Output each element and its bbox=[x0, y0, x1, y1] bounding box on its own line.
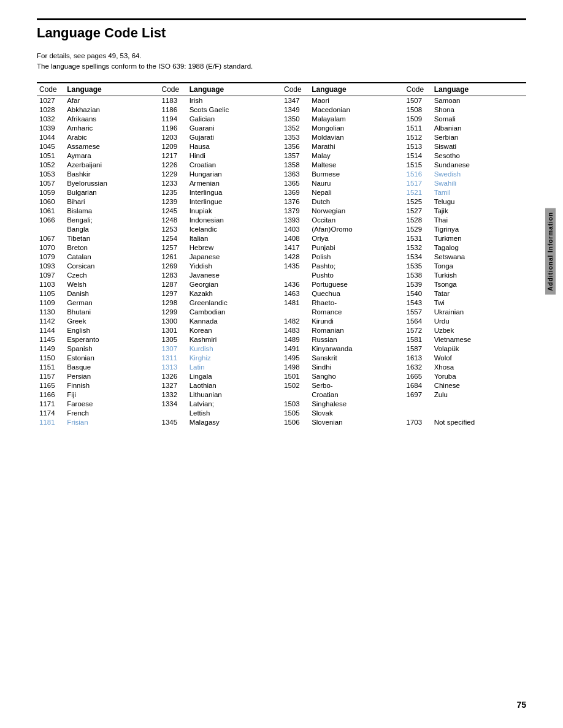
lang-cell: Frisian bbox=[64, 418, 159, 427]
lang-cell: Interlingua bbox=[187, 188, 282, 197]
lang-cell: Somali bbox=[432, 115, 526, 124]
code-cell: 1229 bbox=[159, 170, 187, 179]
lang-cell: Yoruba bbox=[432, 372, 526, 381]
table-row: 1032Afrikaans1194Galician1350Malayalam15… bbox=[37, 115, 526, 124]
lang-cell: Zulu bbox=[432, 390, 526, 400]
lang-cell: Hungarian bbox=[187, 170, 282, 179]
code-cell: 1151 bbox=[37, 363, 64, 372]
lang-cell: Bhutani bbox=[64, 308, 159, 317]
lang-cell: Volapük bbox=[432, 344, 526, 354]
table-header: Code Language Code Language Code Languag… bbox=[37, 83, 526, 96]
code-cell: 1517 bbox=[404, 179, 432, 188]
lang-cell: Not specified bbox=[432, 418, 526, 427]
code-cell: 1142 bbox=[37, 317, 64, 326]
lang-cell: Cambodian bbox=[187, 308, 282, 317]
lang-cell: Sesotho bbox=[432, 151, 526, 161]
lang-cell: Setswana bbox=[432, 252, 526, 262]
code-cell: 1557 bbox=[404, 308, 432, 317]
lang-cell: Latin bbox=[187, 363, 282, 372]
code-cell: 1044 bbox=[37, 133, 64, 142]
lang-cell: Catalan bbox=[64, 252, 159, 262]
lang-cell: Yiddish bbox=[187, 262, 282, 271]
table-row: 1103Welsh1287Georgian1436Portuguese1539T… bbox=[37, 280, 526, 289]
code-cell: 1357 bbox=[282, 151, 309, 161]
code-cell: 1196 bbox=[159, 124, 187, 133]
lang-cell: Tagalog bbox=[432, 243, 526, 252]
table-row: 1157Persian1326Lingala1501Sangho1665Yoru… bbox=[37, 372, 526, 381]
code-cell: 1144 bbox=[37, 326, 64, 335]
table-row: 1109German1298Greenlandic1481Rhaeto-1543… bbox=[37, 298, 526, 308]
code-cell: 1060 bbox=[37, 197, 64, 207]
code-cell: 1483 bbox=[282, 326, 309, 335]
lang-cell: Serbian bbox=[432, 133, 526, 142]
code-cell: 1509 bbox=[404, 115, 432, 124]
language-table-container: Code Language Code Language Code Languag… bbox=[37, 82, 526, 427]
description-line2: The language spellings conform to the IS… bbox=[37, 61, 526, 72]
code-cell: 1515 bbox=[404, 161, 432, 170]
lang-cell: Korean bbox=[187, 326, 282, 335]
table-row: 1057Byelorussian1233Armenian1365Nauru151… bbox=[37, 179, 526, 188]
lang-cell: Guarani bbox=[187, 124, 282, 133]
code-cell: 1254 bbox=[159, 234, 187, 243]
lang-cell: Rhaeto- bbox=[309, 298, 404, 308]
lang-cell: Azerbaijani bbox=[64, 161, 159, 170]
lang-cell: Pashto; bbox=[309, 262, 404, 271]
lang-cell: Georgian bbox=[187, 280, 282, 289]
code-cell: 1501 bbox=[282, 372, 309, 381]
lang-cell: Fiji bbox=[64, 390, 159, 400]
code-cell: 1358 bbox=[282, 161, 309, 170]
code-cell: 1347 bbox=[282, 96, 309, 105]
lang-cell: Lingala bbox=[187, 372, 282, 381]
code-cell: 1408 bbox=[282, 234, 309, 243]
lang-cell: Welsh bbox=[64, 280, 159, 289]
code-cell: 1301 bbox=[159, 326, 187, 335]
code-cell: 1145 bbox=[37, 335, 64, 344]
table-row: 1052Azerbaijani1226Croatian1358Maltese15… bbox=[37, 161, 526, 170]
lang-cell: Serbo- bbox=[309, 381, 404, 390]
table-row: 1150Estonian1311Kirghiz1495Sanskrit1613W… bbox=[37, 354, 526, 363]
code-cell: 1028 bbox=[37, 105, 64, 115]
code-cell: 1334 bbox=[159, 400, 187, 409]
code-cell: 1352 bbox=[282, 124, 309, 133]
code-cell: 1057 bbox=[37, 179, 64, 188]
code-cell: 1481 bbox=[282, 298, 309, 308]
code-cell: 1257 bbox=[159, 243, 187, 252]
code-cell: 1299 bbox=[159, 308, 187, 317]
lang-cell: Sindhi bbox=[309, 363, 404, 372]
code-cell: 1079 bbox=[37, 252, 64, 262]
code-cell: 1572 bbox=[404, 326, 432, 335]
code-cell: 1505 bbox=[282, 409, 309, 418]
lang-cell: Nauru bbox=[309, 179, 404, 188]
code-cell: 1527 bbox=[404, 207, 432, 216]
lang-cell: Italian bbox=[187, 234, 282, 243]
lang-cell: Faroese bbox=[64, 400, 159, 409]
code-cell: 1502 bbox=[282, 381, 309, 390]
lang-cell: Bihari bbox=[64, 197, 159, 207]
lang-cell: Occitan bbox=[309, 216, 404, 225]
code-cell: 1535 bbox=[404, 262, 432, 271]
code-cell: 1363 bbox=[282, 170, 309, 179]
lang-cell: Uzbek bbox=[432, 326, 526, 335]
code-cell bbox=[282, 390, 309, 400]
code-cell: 1393 bbox=[282, 216, 309, 225]
code-cell: 1697 bbox=[404, 390, 432, 400]
table-row: Bangla1253Icelandic1403(Afan)Oromo1529Ti… bbox=[37, 225, 526, 234]
table-row: 1027Afar1183Irish1347Maori1507Samoan bbox=[37, 96, 526, 105]
lang-cell: Scots Gaelic bbox=[187, 105, 282, 115]
lang-cell bbox=[432, 409, 526, 418]
code-cell: 1194 bbox=[159, 115, 187, 124]
lang-cell: Thai bbox=[432, 216, 526, 225]
code-cell: 1061 bbox=[37, 207, 64, 216]
lang-cell: Czech bbox=[64, 271, 159, 280]
code-cell: 1435 bbox=[282, 262, 309, 271]
code-cell: 1495 bbox=[282, 354, 309, 363]
lang-cell: Greenlandic bbox=[187, 298, 282, 308]
table-row: 1166Fiji1332LithuanianCroatian1697Zulu bbox=[37, 390, 526, 400]
lang-cell: Chinese bbox=[432, 381, 526, 390]
lang-cell: Macedonian bbox=[309, 105, 404, 115]
lang-cell: Hindi bbox=[187, 151, 282, 161]
lang-cell: Esperanto bbox=[64, 335, 159, 344]
code-cell: 1166 bbox=[37, 390, 64, 400]
lang-cell: (Afan)Oromo bbox=[309, 225, 404, 234]
code-cell bbox=[37, 225, 64, 234]
